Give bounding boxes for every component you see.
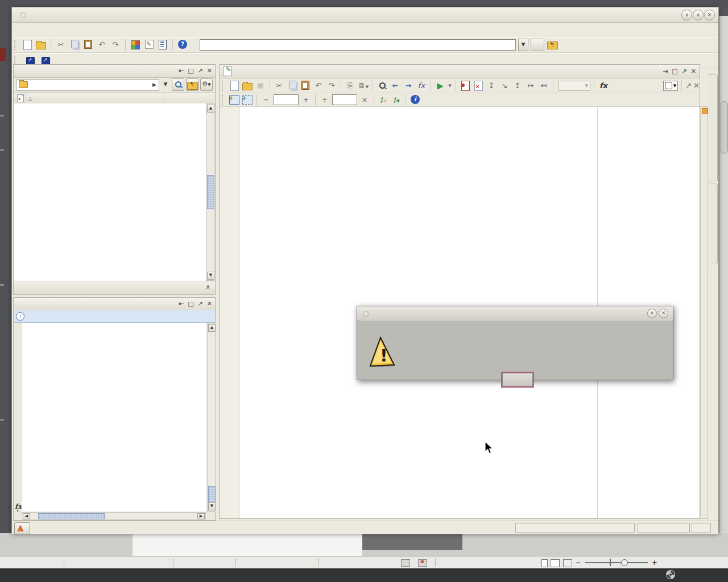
split-screen-dropdown[interactable]: ▼ (663, 81, 678, 91)
undock-editor-icon[interactable]: ↗ (685, 81, 692, 90)
maximize-panel-icon[interactable]: □ (672, 68, 677, 75)
dialog-close-icon[interactable]: ✕ (659, 309, 668, 318)
search-icon[interactable] (172, 78, 184, 91)
toolbar-drag-handle[interactable] (14, 40, 18, 50)
minimize-icon[interactable]: ∨ (681, 10, 692, 20)
publish-info-icon[interactable]: i (410, 94, 421, 106)
actions-gear-icon[interactable]: ⚙▼ (200, 78, 213, 91)
current-folder-input[interactable] (200, 39, 516, 51)
cut-icon[interactable]: ✂ (274, 80, 285, 92)
undock-icon[interactable]: ↗ (198, 67, 203, 74)
toolbar-drag-handle[interactable] (222, 95, 225, 105)
open-file-icon[interactable] (35, 39, 47, 51)
zoom-slider-knob[interactable] (621, 559, 628, 566)
tab-command-history[interactable] (708, 74, 718, 181)
command-window-scrollbar[interactable]: ▲ ▼ (207, 323, 216, 512)
redo-icon[interactable]: ↷ (110, 39, 121, 51)
command-output-area[interactable] (22, 323, 206, 510)
save-icon[interactable]: ▦ (255, 80, 266, 92)
stack-dropdown[interactable]: ▼ (559, 81, 590, 91)
chevron-right-icon[interactable]: ▶ (152, 82, 156, 88)
command-window-hscrollbar[interactable]: ◀ ▶ (22, 512, 206, 519)
start-button[interactable] (14, 522, 30, 534)
zoom-in-icon[interactable]: + (652, 559, 657, 567)
up-one-level-icon[interactable] (186, 78, 198, 91)
breadcrumb[interactable]: ▶ (16, 79, 159, 91)
insert-cell-icon[interactable] (229, 94, 240, 106)
comment-percent-icon[interactable]: ⁒+ (378, 94, 389, 106)
close-panel-icon[interactable]: ✕ (691, 68, 696, 75)
help-icon[interactable]: ? (177, 39, 188, 51)
undo-icon[interactable]: ↶ (313, 80, 324, 92)
exit-debug-icon[interactable]: ↤ (538, 80, 549, 92)
dialog-minimize-icon[interactable]: ∨ (647, 309, 657, 318)
breadcrumb-dropdown-icon[interactable]: ▼ (161, 79, 170, 90)
undock-icon[interactable]: ↗ (198, 300, 203, 307)
find-icon[interactable] (377, 80, 388, 92)
fx-icon[interactable]: fx (15, 502, 22, 510)
run-icon[interactable]: ▶ (435, 80, 446, 92)
clear-breakpoints-icon[interactable]: ✕ (473, 80, 484, 92)
simulink-icon[interactable] (130, 39, 141, 51)
dock-icon[interactable]: ⇤ (179, 300, 184, 307)
up-folder-icon[interactable] (547, 39, 558, 51)
set-breakpoint-icon[interactable] (460, 80, 471, 92)
analyzer-summary-indicator[interactable] (702, 108, 708, 114)
scroll-left-icon[interactable]: ◀ (23, 513, 30, 519)
maximize-icon[interactable]: ∧ (693, 10, 704, 20)
redo-icon[interactable]: ↷ (326, 80, 337, 92)
paste-icon[interactable] (300, 80, 311, 92)
multi-page-view-icon[interactable] (551, 559, 560, 567)
dialog-menu-icon[interactable] (363, 311, 369, 317)
scroll-down-icon[interactable]: ▼ (207, 272, 214, 280)
scrollbar-thumb[interactable] (207, 175, 214, 209)
continue-icon[interactable]: ↦ (525, 80, 536, 92)
cut-icon[interactable]: ✂ (55, 39, 67, 51)
next-cell-icon[interactable] (242, 94, 253, 106)
file-list-scrollbar[interactable]: ▲ ▼ (206, 103, 214, 281)
scroll-down-icon[interactable]: ▼ (208, 502, 216, 510)
zoom-out-icon[interactable]: − (576, 559, 581, 567)
profiler-icon[interactable] (157, 39, 168, 51)
maximize-panel-icon[interactable]: □ (188, 67, 193, 74)
new-file-icon[interactable] (22, 39, 33, 51)
comment-percent-dropdown-icon[interactable]: ⁒▼ (391, 94, 402, 106)
decrease-value-icon[interactable]: − (260, 94, 272, 106)
tab-workspace[interactable] (708, 184, 718, 264)
browse-folder-button[interactable] (531, 39, 544, 51)
go-forward-icon[interactable]: → (403, 80, 414, 92)
name-column-header[interactable]: △ (28, 94, 32, 103)
undo-icon[interactable]: ↶ (96, 39, 107, 51)
function-browser-icon[interactable]: fx (416, 80, 427, 92)
step-out-icon[interactable]: ↥ (512, 80, 523, 92)
copy-icon[interactable] (69, 39, 80, 51)
scrollbar-thumb[interactable] (38, 513, 105, 519)
increase-value-icon[interactable]: + (300, 94, 312, 106)
command-window-header[interactable]: ⇤ □ ↗ ✕ (14, 298, 215, 311)
folder-dropdown-icon[interactable]: ▼ (518, 39, 528, 51)
open-file-icon[interactable] (242, 80, 253, 92)
close-panel-icon[interactable]: ✕ (207, 67, 212, 74)
guide-icon[interactable] (143, 39, 155, 51)
scroll-right-icon[interactable]: ▶ (197, 513, 205, 519)
editor-title-bar[interactable]: ⇥ □ ↗ ✕ (220, 65, 700, 78)
copy-icon[interactable] (287, 80, 298, 92)
close-panel-icon[interactable]: ✕ (207, 300, 212, 307)
step-icon[interactable]: ↧ (486, 80, 497, 92)
print-icon[interactable]: ⎘ (345, 80, 356, 92)
collapse-details-icon[interactable]: ∧ (205, 283, 210, 291)
single-page-view-icon[interactable] (541, 559, 548, 567)
window-menu-icon[interactable] (20, 12, 26, 18)
cell-value-2[interactable] (332, 94, 357, 105)
insert-mode-icon[interactable] (401, 559, 410, 567)
scrollbar-thumb[interactable] (208, 486, 216, 503)
paste-icon[interactable] (82, 39, 94, 51)
ok-button[interactable] (502, 373, 533, 386)
file-details-bar[interactable]: ∧ (14, 281, 215, 294)
new-script-icon[interactable] (229, 80, 240, 92)
dialog-title-bar[interactable]: ∨ ✕ (357, 306, 673, 321)
scroll-up-icon[interactable]: ▲ (207, 105, 214, 113)
step-in-icon[interactable]: ↘ (499, 80, 510, 92)
fx-help-icon[interactable]: fx (598, 80, 609, 92)
scroll-up-icon[interactable]: ▲ (208, 324, 216, 332)
